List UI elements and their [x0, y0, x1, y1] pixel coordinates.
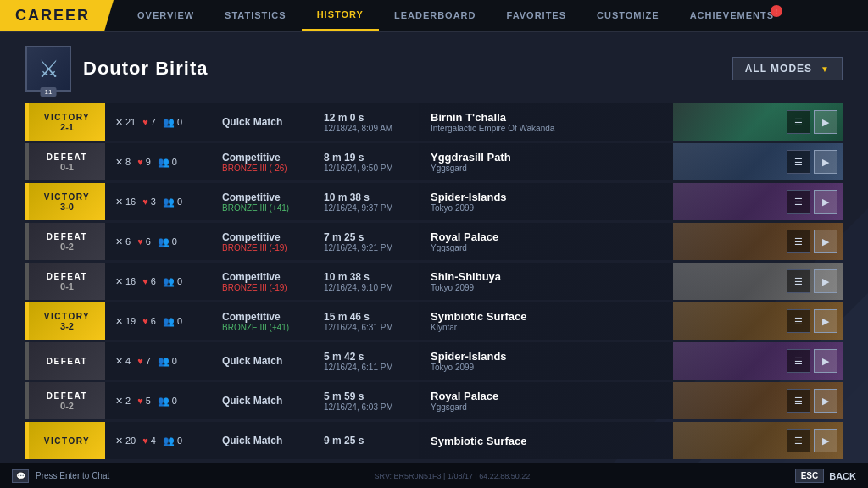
- map-play-button[interactable]: ▶: [814, 349, 837, 373]
- match-date: 12/16/24, 6:31 PM: [324, 323, 412, 332]
- map-menu-button[interactable]: ☰: [787, 269, 810, 293]
- assists-stat-value: 0: [172, 157, 177, 167]
- duration-cell: 7 m 25 s12/16/24, 9:21 PM: [317, 231, 419, 252]
- match-date: 12/16/24, 9:37 PM: [324, 203, 412, 213]
- mode-cell: CompetitiveBRONZE III (-19): [215, 271, 317, 292]
- tab-leaderboard[interactable]: LEADERBOARD: [379, 0, 492, 30]
- tab-customize[interactable]: CUSTOMIZE: [581, 0, 675, 30]
- map-play-button[interactable]: ▶: [814, 389, 837, 413]
- assists-stat-icon: 👥: [163, 435, 175, 446]
- map-name: Birnin T'challa: [431, 111, 775, 124]
- map-menu-button[interactable]: ☰: [787, 190, 810, 214]
- map-menu-button[interactable]: ☰: [787, 349, 810, 373]
- map-name: Symbiotic Surface: [431, 310, 775, 323]
- map-menu-button[interactable]: ☰: [787, 389, 810, 413]
- stats-cell: ✕6♥6👥0: [105, 236, 215, 247]
- map-play-button[interactable]: ▶: [814, 429, 837, 452]
- result-cell: DEFEAT0-2: [29, 223, 105, 260]
- map-actions: ☰▶: [787, 230, 843, 253]
- match-row[interactable]: DEFEAT0-1✕16♥6👥0CompetitiveBRONZE III (-…: [25, 263, 843, 300]
- result-label: VICTORY: [44, 436, 90, 446]
- assists-stat-icon: 👥: [163, 276, 175, 287]
- match-list: VICTORY2-1✕21♥7👥0Quick Match12 m 0 s12/1…: [25, 103, 843, 459]
- map-menu-button[interactable]: ☰: [787, 150, 810, 174]
- mode-cell: CompetitiveBRONZE III (+41): [215, 191, 317, 213]
- deaths-stat-value: 7: [146, 356, 151, 366]
- kills-stat: ✕2: [115, 396, 131, 407]
- map-menu-button[interactable]: ☰: [787, 230, 810, 253]
- deaths-stat-value: 3: [151, 197, 156, 207]
- mode-name: Competitive: [222, 271, 310, 283]
- map-play-button[interactable]: ▶: [814, 190, 837, 214]
- stats-cell: ✕20♥4👥0: [105, 435, 215, 446]
- match-row[interactable]: VICTORY3-0✕16♥3👥0CompetitiveBRONZE III (…: [25, 183, 843, 220]
- duration-cell: 9 m 25 s: [317, 435, 419, 446]
- map-menu-button[interactable]: ☰: [787, 429, 810, 452]
- tab-statistics[interactable]: STATISTICS: [209, 0, 302, 30]
- map-play-button[interactable]: ▶: [814, 309, 837, 333]
- match-date: 12/16/24, 6:11 PM: [324, 363, 412, 372]
- match-row[interactable]: VICTORY2-1✕21♥7👥0Quick Match12 m 0 s12/1…: [25, 103, 843, 141]
- map-actions: ☰▶: [787, 429, 843, 452]
- map-play-button[interactable]: ▶: [814, 269, 837, 293]
- assists-stat-value: 0: [172, 396, 177, 406]
- match-row[interactable]: VICTORY3-2✕19♥6👥0CompetitiveBRONZE III (…: [25, 302, 843, 340]
- match-row[interactable]: DEFEAT0-2✕2♥5👥0Quick Match5 m 59 s12/16/…: [25, 382, 843, 419]
- kills-stat-value: 21: [125, 117, 136, 127]
- stats-cell: ✕16♥3👥0: [105, 197, 215, 208]
- mode-cell: Quick Match: [215, 355, 317, 367]
- result-label: DEFEAT: [47, 357, 87, 366]
- match-row[interactable]: DEFEAT0-2✕6♥6👥0CompetitiveBRONZE III (-1…: [25, 223, 843, 260]
- mode-name: Competitive: [222, 191, 310, 203]
- duration-cell: 15 m 46 s12/16/24, 6:31 PM: [317, 311, 419, 332]
- map-menu-button[interactable]: ☰: [787, 110, 810, 134]
- stats-cell: ✕21♥7👥0: [105, 117, 215, 128]
- result-cell: DEFEAT0-1: [29, 143, 105, 180]
- deaths-stat-icon: ♥: [142, 197, 148, 207]
- tab-achievements[interactable]: ACHIEVEMENTS!: [675, 0, 789, 30]
- map-subname: Tokyo 2099: [431, 203, 775, 213]
- stats-cell: ✕4♥7👥0: [105, 356, 215, 367]
- map-subname: Yggsgard: [431, 164, 775, 173]
- map-actions: ☰▶: [787, 349, 843, 373]
- tab-history[interactable]: HISTORY: [302, 0, 379, 30]
- duration-cell: 10 m 38 s12/16/24, 9:37 PM: [317, 191, 419, 213]
- duration-text: 5 m 59 s: [324, 391, 412, 402]
- map-play-button[interactable]: ▶: [814, 150, 837, 174]
- assists-stat-value: 0: [177, 197, 182, 207]
- assists-stat-icon: 👥: [158, 396, 170, 407]
- kills-stat-value: 16: [125, 197, 136, 207]
- mode-selector[interactable]: ALL MODES ▼: [732, 57, 843, 80]
- result-label: DEFEAT: [47, 232, 87, 241]
- map-play-button[interactable]: ▶: [814, 230, 837, 253]
- result-score: 3-2: [60, 321, 74, 331]
- kills-stat-value: 6: [125, 236, 131, 247]
- duration-text: 5 m 42 s: [324, 351, 412, 363]
- result-score: 0-1: [60, 281, 74, 291]
- duration-cell: 10 m 38 s12/16/24, 9:10 PM: [317, 271, 419, 292]
- mode-cell: CompetitiveBRONZE III (-26): [215, 152, 317, 173]
- kills-stat-icon: ✕: [115, 435, 123, 446]
- kills-stat: ✕16: [115, 276, 136, 287]
- result-cell: DEFEAT: [29, 342, 105, 380]
- mode-name: Quick Match: [222, 395, 310, 407]
- map-actions: ☰▶: [787, 309, 843, 333]
- assists-stat: 👥0: [158, 157, 177, 168]
- esc-back-button[interactable]: ESC BACK: [795, 469, 856, 483]
- duration-text: 10 m 38 s: [324, 271, 412, 283]
- map-play-button[interactable]: ▶: [814, 110, 837, 134]
- match-row[interactable]: VICTORY✕20♥4👥0Quick Match9 m 25 sSymbiot…: [25, 422, 843, 459]
- tab-favorites[interactable]: FAVORITES: [492, 0, 582, 30]
- map-info: Royal PalaceYggsgard: [419, 390, 787, 412]
- match-row[interactable]: DEFEAT0-1✕8♥9👥0CompetitiveBRONZE III (-2…: [25, 143, 843, 180]
- map-menu-button[interactable]: ☰: [787, 309, 810, 333]
- duration-cell: 8 m 19 s12/16/24, 9:50 PM: [317, 152, 419, 173]
- map-name: Symbiotic Surface: [431, 435, 775, 447]
- match-row[interactable]: DEFEAT✕4♥7👥0Quick Match5 m 42 s12/16/24,…: [25, 342, 843, 380]
- kills-stat-value: 2: [125, 396, 131, 406]
- duration-text: 15 m 46 s: [324, 311, 412, 323]
- map-info: Royal PalaceYggsgard: [419, 230, 787, 252]
- map-cell: Symbiotic SurfaceKlyntar☰▶: [419, 302, 843, 340]
- assists-stat-value: 0: [177, 276, 182, 286]
- tab-overview[interactable]: OVERVIEW: [122, 0, 209, 30]
